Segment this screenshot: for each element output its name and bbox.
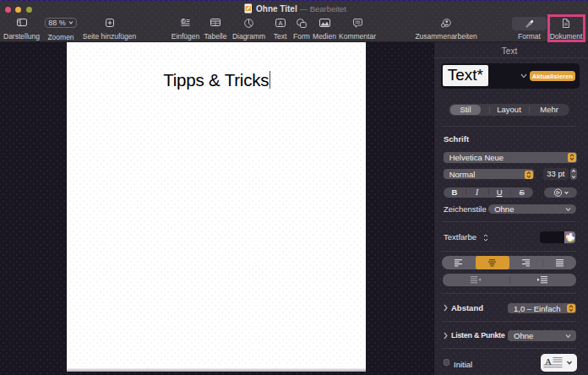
svg-text:A: A [278,19,282,27]
